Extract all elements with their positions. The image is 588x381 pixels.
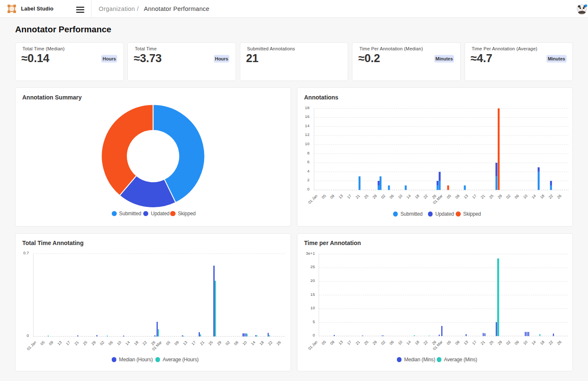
svg-text:29: 29: [497, 339, 503, 345]
svg-text:21: 21: [355, 194, 361, 200]
svg-text:09: 09: [48, 340, 54, 346]
svg-text:16: 16: [305, 114, 310, 119]
svg-text:25: 25: [488, 339, 494, 345]
svg-text:10: 10: [397, 339, 403, 345]
svg-text:13: 13: [57, 340, 63, 346]
svg-text:02: 02: [225, 340, 231, 346]
svg-text:12: 12: [305, 132, 310, 137]
svg-text:25: 25: [363, 194, 369, 200]
svg-text:21: 21: [74, 340, 79, 346]
svg-text:14: 14: [406, 339, 412, 345]
svg-text:4: 4: [307, 169, 309, 173]
svg-text:06: 06: [389, 339, 395, 345]
svg-text:02: 02: [505, 339, 511, 345]
svg-text:01 Jan: 01 Jan: [307, 194, 318, 205]
svg-text:10: 10: [522, 339, 528, 345]
svg-text:25: 25: [363, 339, 369, 345]
svg-text:25: 25: [208, 340, 214, 346]
svg-text:09: 09: [173, 340, 179, 346]
svg-text:14: 14: [406, 194, 412, 200]
svg-text:02: 02: [99, 340, 105, 346]
svg-text:13: 13: [338, 194, 344, 200]
svg-text:17: 17: [65, 340, 71, 346]
svg-text:26: 26: [556, 339, 562, 345]
svg-text:05: 05: [165, 340, 171, 346]
svg-text:09: 09: [329, 339, 335, 345]
svg-text:22: 22: [423, 339, 428, 345]
svg-text:05: 05: [321, 194, 327, 200]
svg-text:09: 09: [329, 194, 335, 200]
svg-text:18: 18: [414, 194, 420, 200]
svg-text:13: 13: [463, 194, 469, 200]
svg-text:01 Jan: 01 Jan: [307, 339, 318, 350]
svg-text:10: 10: [310, 305, 315, 310]
svg-text:18: 18: [305, 105, 310, 110]
svg-text:0: 0: [26, 333, 29, 338]
svg-text:10: 10: [116, 340, 122, 346]
svg-text:18: 18: [133, 340, 139, 346]
svg-text:06: 06: [514, 194, 520, 200]
svg-text:25: 25: [488, 194, 494, 200]
svg-text:17: 17: [191, 340, 197, 346]
svg-text:0.7: 0.7: [23, 251, 29, 255]
svg-text:18: 18: [539, 194, 545, 200]
svg-text:22: 22: [267, 340, 273, 346]
svg-text:05: 05: [446, 194, 452, 200]
svg-text:02: 02: [380, 339, 386, 345]
svg-text:14: 14: [531, 339, 537, 345]
svg-text:22: 22: [548, 339, 554, 345]
svg-text:09: 09: [454, 194, 460, 200]
svg-text:06: 06: [389, 194, 395, 200]
svg-text:05: 05: [321, 339, 327, 345]
svg-text:29: 29: [372, 339, 378, 345]
svg-text:18: 18: [539, 339, 545, 345]
svg-text:6: 6: [307, 159, 309, 164]
svg-text:21: 21: [480, 194, 486, 200]
svg-text:06: 06: [233, 340, 239, 346]
svg-text:13: 13: [182, 340, 188, 346]
svg-text:3e+1: 3e+1: [306, 251, 315, 255]
svg-text:06: 06: [514, 339, 520, 345]
svg-text:10: 10: [305, 141, 310, 146]
svg-text:10: 10: [397, 194, 403, 200]
svg-text:18: 18: [259, 340, 265, 346]
svg-text:05: 05: [39, 340, 45, 346]
svg-text:18: 18: [414, 339, 420, 345]
svg-text:29: 29: [91, 340, 97, 346]
svg-text:26: 26: [276, 340, 282, 346]
svg-text:20: 20: [310, 278, 315, 282]
svg-text:10: 10: [242, 340, 248, 346]
svg-text:17: 17: [471, 194, 477, 200]
svg-text:25: 25: [310, 264, 315, 269]
svg-text:8: 8: [307, 151, 309, 155]
svg-text:22: 22: [548, 194, 554, 200]
svg-text:02: 02: [505, 194, 511, 200]
svg-text:06: 06: [108, 340, 113, 346]
svg-text:2: 2: [307, 177, 309, 182]
svg-text:13: 13: [338, 339, 344, 345]
svg-text:14: 14: [125, 340, 131, 346]
svg-text:05: 05: [446, 339, 452, 345]
svg-text:21: 21: [355, 339, 361, 345]
svg-text:09: 09: [454, 339, 460, 345]
svg-text:15: 15: [310, 292, 315, 296]
svg-text:10: 10: [522, 194, 528, 200]
svg-text:22: 22: [423, 194, 428, 200]
svg-text:29: 29: [497, 194, 503, 200]
svg-text:17: 17: [346, 194, 352, 200]
svg-text:0: 0: [307, 187, 309, 191]
svg-text:0: 0: [312, 333, 315, 337]
svg-text:21: 21: [480, 339, 486, 345]
svg-text:17: 17: [471, 339, 477, 345]
svg-text:25: 25: [82, 340, 88, 346]
svg-text:22: 22: [142, 340, 147, 346]
svg-text:14: 14: [531, 194, 537, 200]
svg-text:13: 13: [463, 339, 469, 345]
svg-text:21: 21: [199, 340, 205, 346]
svg-text:5: 5: [312, 319, 315, 324]
svg-text:01 Jan: 01 Jan: [26, 340, 37, 351]
svg-text:29: 29: [372, 194, 378, 200]
svg-text:02: 02: [380, 194, 386, 200]
svg-text:14: 14: [250, 340, 256, 346]
svg-text:17: 17: [346, 339, 352, 345]
